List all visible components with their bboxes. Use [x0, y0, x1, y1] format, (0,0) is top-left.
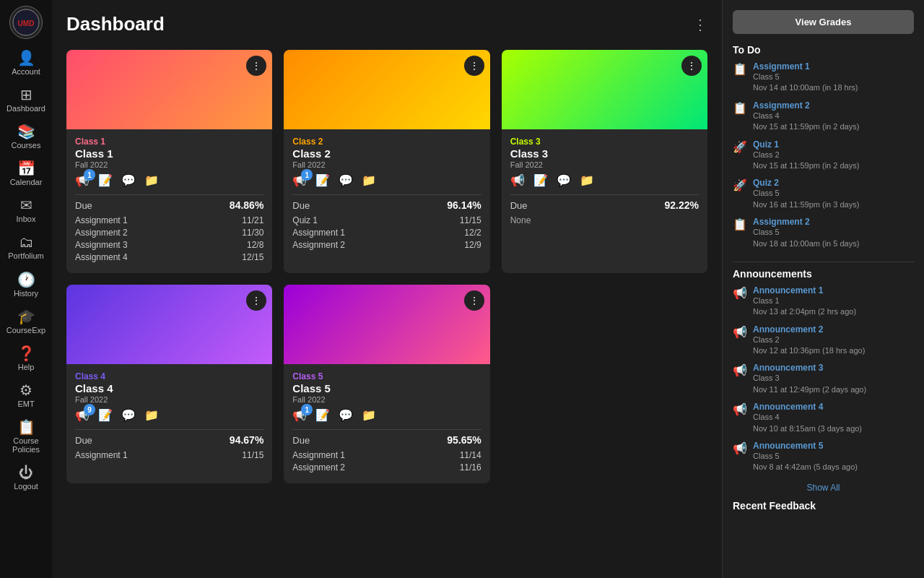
- assignment-name: Quiz 1: [292, 215, 318, 225]
- card-icons-class3: 📢 📝 💬 📁: [510, 173, 699, 187]
- right-panel: View Grades To Do 📋 Assignment 1 Class 5…: [722, 0, 924, 578]
- sidebar-item-emt[interactable]: ⚙ EMT: [0, 377, 52, 414]
- todo-icon-3: 🚀: [733, 178, 747, 192]
- sidebar-item-courseexp[interactable]: 🎓 CourseExp: [0, 303, 52, 340]
- chat-icon-class5[interactable]: 💬: [339, 408, 353, 422]
- course-card-class1: ⋮ Class 1 Class 1 Fall 2022 📢1 📝 💬 📁 Due…: [66, 50, 272, 273]
- chat-icon-class3[interactable]: 💬: [557, 173, 571, 187]
- ann-title-3[interactable]: Announcement 4: [753, 402, 914, 412]
- folder-icon-class1[interactable]: 📁: [144, 173, 159, 187]
- assignment-name: Assignment 1: [292, 450, 345, 460]
- header-menu-dots[interactable]: ⋮: [693, 16, 707, 33]
- sidebar-item-portfolium[interactable]: 🗂 Portfolium: [0, 229, 52, 266]
- assignment-row: Assignment 2 11/30: [75, 228, 263, 238]
- folder-icon-class5[interactable]: 📁: [362, 408, 376, 422]
- assignment-due: 11/30: [242, 228, 263, 238]
- card-icons-class1: 📢1 📝 💬 📁: [75, 173, 263, 187]
- edit-icon-class3[interactable]: 📝: [533, 173, 548, 187]
- todo-title-2[interactable]: Quiz 1: [753, 139, 914, 150]
- none-label-class3: None: [510, 215, 699, 225]
- card-dots-class4[interactable]: ⋮: [246, 290, 266, 311]
- sidebar-label-help: Help: [18, 363, 35, 371]
- announce-icon-class2[interactable]: 📢1: [292, 173, 307, 187]
- due-label-class4: Due: [75, 435, 92, 446]
- todo-item: 📋 Assignment 2 Class 5Nov 18 at 10:00am …: [733, 217, 914, 249]
- ann-title-1[interactable]: Announcement 2: [753, 324, 914, 335]
- assignment-due: 12/8: [247, 240, 263, 250]
- sidebar-item-calendar[interactable]: 📅 Calendar: [0, 155, 52, 192]
- card-label-class3[interactable]: Class 3: [510, 137, 699, 147]
- announcement-item: 📢 Announcement 4 Class 4Nov 10 at 8:15am…: [733, 402, 914, 434]
- announce-icon-class1[interactable]: 📢1: [75, 173, 90, 187]
- edit-icon-class1[interactable]: 📝: [98, 173, 113, 187]
- card-label-class4[interactable]: Class 4: [75, 371, 263, 381]
- todo-title-0[interactable]: Assignment 1: [753, 61, 914, 72]
- assignment-due: 11/14: [460, 450, 481, 460]
- card-stats-class2: Due 96.14%: [292, 199, 481, 211]
- sidebar-item-courses[interactable]: 📚 Courses: [0, 118, 52, 155]
- edit-icon-class2[interactable]: 📝: [315, 173, 330, 187]
- view-grades-button[interactable]: View Grades: [733, 10, 914, 34]
- assignment-row: Assignment 2 11/16: [292, 462, 481, 473]
- recent-feedback-title: Recent Feedback: [733, 500, 914, 512]
- card-label-class1[interactable]: Class 1: [75, 137, 263, 147]
- todo-icon-4: 📋: [733, 217, 747, 231]
- card-fullname-class5: Class 5: [292, 382, 481, 394]
- card-dots-class3[interactable]: ⋮: [681, 56, 702, 76]
- ann-content-1: Announcement 2 Class 2Nov 12 at 10:36pm …: [753, 324, 914, 357]
- announce-icon-class4[interactable]: 📢9: [75, 408, 90, 422]
- card-stats-class4: Due 94.67%: [75, 434, 263, 446]
- coursepolicies-icon: 📋: [17, 420, 35, 434]
- card-dots-class1[interactable]: ⋮: [246, 56, 266, 76]
- sidebar-item-account[interactable]: 👤 Account: [0, 45, 52, 82]
- ann-title-4[interactable]: Announcement 5: [753, 441, 914, 451]
- show-all-button[interactable]: Show All: [733, 483, 914, 493]
- chat-icon-class1[interactable]: 💬: [121, 173, 136, 187]
- sidebar-item-inbox[interactable]: ✉ Inbox: [0, 192, 52, 229]
- card-term-class3: Fall 2022: [510, 160, 699, 169]
- sidebar-item-logout[interactable]: ⏻ Logout: [0, 460, 52, 496]
- announce-icon-class3[interactable]: 📢: [510, 173, 525, 187]
- assignment-name: Assignment 1: [292, 228, 345, 238]
- ann-class-1: Class 2Nov 12 at 10:36pm (18 hrs ago): [753, 335, 914, 357]
- card-term-class5: Fall 2022: [292, 395, 481, 404]
- sidebar-item-history[interactable]: 🕐 History: [0, 267, 52, 303]
- folder-icon-class2[interactable]: 📁: [362, 173, 376, 187]
- card-label-class2[interactable]: Class 2: [292, 137, 481, 147]
- sidebar-label-courses: Courses: [12, 141, 41, 150]
- todo-title-3[interactable]: Quiz 2: [753, 178, 914, 188]
- card-fullname-class1: Class 1: [75, 147, 263, 160]
- sidebar: UMD 👤 Account ⊞ Dashboard 📚 Courses 📅 Ca…: [0, 0, 52, 578]
- chat-icon-class4[interactable]: 💬: [121, 408, 136, 422]
- ann-title-0[interactable]: Announcement 1: [753, 285, 914, 296]
- ann-icon-1: 📢: [733, 325, 747, 339]
- chat-icon-class2[interactable]: 💬: [339, 173, 353, 187]
- todo-title-4[interactable]: Assignment 2: [753, 217, 914, 227]
- card-label-class5[interactable]: Class 5: [292, 371, 481, 381]
- card-divider-class1: [75, 194, 263, 195]
- folder-icon-class3[interactable]: 📁: [580, 173, 594, 187]
- card-dots-class2[interactable]: ⋮: [464, 56, 484, 76]
- announce-icon-class5[interactable]: 📢1: [292, 408, 307, 422]
- ann-title-2[interactable]: Announcement 3: [753, 363, 914, 373]
- ann-content-2: Announcement 3 Class 3Nov 11 at 12:49pm …: [753, 363, 914, 395]
- edit-icon-class4[interactable]: 📝: [98, 408, 113, 422]
- page-header: Dashboard ⋮: [52, 0, 722, 43]
- sidebar-item-help[interactable]: ❓ Help: [0, 340, 52, 377]
- card-dots-class5[interactable]: ⋮: [464, 290, 484, 311]
- course-card-class4: ⋮ Class 4 Class 4 Fall 2022 📢9 📝 💬 📁 Due…: [66, 285, 272, 483]
- todo-title-1[interactable]: Assignment 2: [753, 100, 914, 111]
- todo-divider: [733, 262, 914, 262]
- edit-icon-class5[interactable]: 📝: [315, 408, 330, 422]
- assignment-row: Assignment 4 12/15: [75, 252, 263, 262]
- assignment-due: 11/15: [460, 215, 481, 225]
- history-icon: 🕐: [17, 272, 35, 287]
- todo-content-1: Assignment 2 Class 4Nov 15 at 11:59pm (i…: [753, 100, 914, 133]
- badge-ann-class1: 1: [84, 169, 95, 181]
- card-fullname-class2: Class 2: [292, 147, 481, 160]
- card-divider-class3: [510, 194, 699, 195]
- sidebar-item-coursepolicies[interactable]: 📋 Course Policies: [0, 414, 52, 460]
- card-icons-class4: 📢9 📝 💬 📁: [75, 408, 263, 422]
- folder-icon-class4[interactable]: 📁: [144, 408, 159, 422]
- sidebar-item-dashboard[interactable]: ⊞ Dashboard: [0, 82, 52, 118]
